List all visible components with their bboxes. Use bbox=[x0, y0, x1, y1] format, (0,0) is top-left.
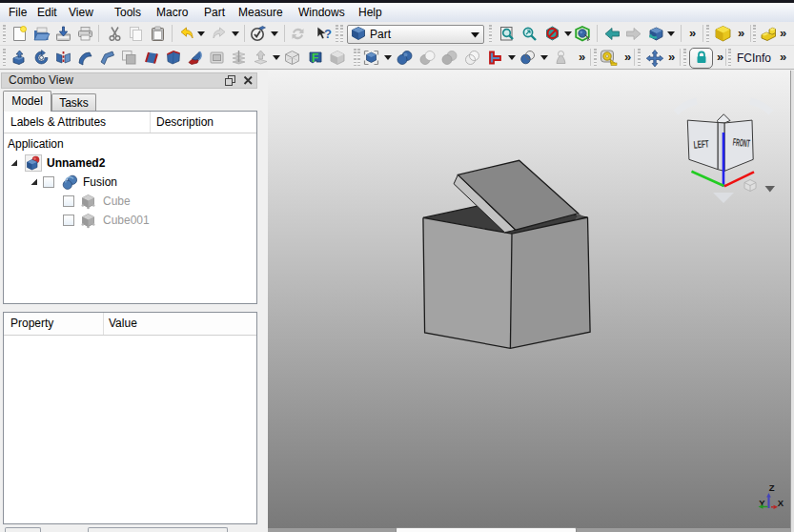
svg-text:X: X bbox=[778, 498, 784, 508]
svg-text:F: F bbox=[312, 51, 318, 65]
svg-text:Z: Z bbox=[769, 482, 775, 493]
svg-text:LEFT: LEFT bbox=[693, 137, 709, 150]
svg-text:FRONT: FRONT bbox=[732, 136, 750, 150]
svg-text:?: ? bbox=[324, 27, 332, 41]
